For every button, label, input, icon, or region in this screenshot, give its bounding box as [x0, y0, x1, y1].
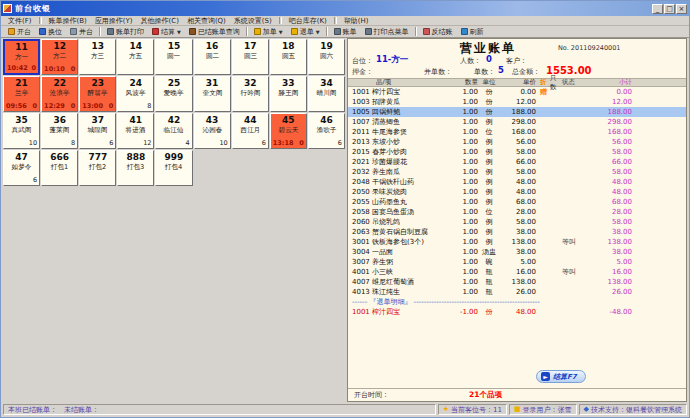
- table-bottom-info: [158, 102, 189, 110]
- deposit-label: 押金：: [352, 67, 373, 77]
- item-qty: 1.00: [450, 118, 478, 126]
- bill-item-row[interactable]: 2032养生南瓜1.00例58.0058.00: [348, 167, 686, 177]
- bill-item-row[interactable]: 1001榨汁四宝1.00份0.00赠0.00: [348, 87, 686, 97]
- bill-item-row[interactable]: 2015春芽小炒肉1.00例58.0058.00: [348, 147, 686, 157]
- bill-refund-row[interactable]: 1001榨汁四宝-1.00份48.00-48.00: [348, 307, 686, 317]
- bill-item-row[interactable]: 2021珍菌爆腰花1.00例66.0066.00: [348, 157, 686, 167]
- toolbar-button-12[interactable]: 刷新: [457, 27, 488, 37]
- item-subtotal: 138.00: [586, 278, 632, 286]
- bill-item-row[interactable]: 2048干锅铁杆山药1.00例48.0048.00: [348, 177, 686, 187]
- menu-item-8[interactable]: 帮助(H): [340, 16, 373, 26]
- bill-item-row[interactable]: 4007维尼红葡萄酒1.00瓶138.00138.00: [348, 277, 686, 287]
- table-number: 44: [233, 115, 268, 126]
- empty-grid-cell: [194, 150, 231, 186]
- refresh-icon: [461, 28, 468, 35]
- toolbar-button-2[interactable]: 换位: [35, 27, 66, 37]
- maximize-button[interactable]: □: [664, 4, 675, 14]
- toolbar-button-5[interactable]: 结算▼: [148, 27, 185, 37]
- table-button-777[interactable]: 777打包2: [79, 150, 116, 186]
- bill-item-row[interactable]: 2060吊烧乳鸽1.00例58.0058.00: [348, 217, 686, 227]
- item-id: 3007: [352, 258, 372, 266]
- table-button-17[interactable]: 17圆三: [232, 39, 269, 75]
- close-button[interactable]: ×: [676, 4, 687, 14]
- table-button-46[interactable]: 46渔歌子6: [308, 113, 345, 149]
- table-button-41[interactable]: 41将进酒12: [117, 113, 154, 149]
- table-button-42[interactable]: 42临江仙4: [155, 113, 192, 149]
- table-button-666[interactable]: 666打包1: [41, 150, 78, 186]
- table-button-22[interactable]: 22沧浪亭12:290: [41, 76, 78, 112]
- table-button-19[interactable]: 19圆六: [308, 39, 345, 75]
- table-button-35[interactable]: 35真武阁10: [3, 113, 40, 149]
- item-price: 56.00: [500, 138, 536, 146]
- bill-item-row[interactable]: 1003招牌黄瓜1.00份12.0012.00: [348, 97, 686, 107]
- bill-item-row[interactable]: 2050果味炭烧肉1.00例48.0048.00: [348, 187, 686, 197]
- table-button-25[interactable]: 25爱晚亭: [155, 76, 192, 112]
- item-id: 4001: [352, 268, 372, 276]
- table-button-15[interactable]: 15圆一: [155, 39, 192, 75]
- toolbar-button-10[interactable]: 打印点菜单: [361, 27, 413, 37]
- toolbar-button-6[interactable]: 已结账单查询: [185, 27, 244, 37]
- table-bottom-info: 6: [6, 176, 37, 184]
- settle-f7-button[interactable]: ► 结算F7: [536, 370, 586, 383]
- table-button-47[interactable]: 47如梦令6: [3, 150, 40, 186]
- table-number: 35: [4, 115, 39, 126]
- bill-item-row[interactable]: 2058国宴乌鱼蛋汤1.00位28.0028.00: [348, 207, 686, 217]
- toolbar-button-4[interactable]: 账单打印: [103, 27, 148, 37]
- table-button-999[interactable]: 999打包4: [155, 150, 192, 186]
- menu-item-3[interactable]: 应用操作(Y): [91, 16, 137, 26]
- table-button-33[interactable]: 33滕王阁: [270, 76, 307, 112]
- bill-item-row[interactable]: 4001小三峡1.00瓶16.00等叫16.00: [348, 267, 686, 277]
- table-button-34[interactable]: 34晴川阁: [308, 76, 345, 112]
- total-label: 总金额：: [512, 67, 540, 77]
- toolbar-button-9[interactable]: 账单: [330, 27, 361, 37]
- table-button-16[interactable]: 16圆二: [194, 39, 231, 75]
- table-button-21[interactable]: 21兰亭09:560: [3, 76, 40, 112]
- bill-item-row[interactable]: 2013东坡小炒1.00例56.0056.00: [348, 137, 686, 147]
- table-button-888[interactable]: 888打包3: [117, 150, 154, 186]
- menu-item-7[interactable]: 吧台库存(K): [285, 16, 331, 26]
- minimize-button[interactable]: _: [652, 4, 663, 14]
- table-button-45[interactable]: 45碧云天13:180: [270, 113, 307, 149]
- table-button-18[interactable]: 18圆五: [270, 39, 307, 75]
- toolbar-button-1[interactable]: 开台: [4, 27, 35, 37]
- item-qty: 1.00: [450, 108, 478, 116]
- table-button-32[interactable]: 32行吟阁: [232, 76, 269, 112]
- toolbar-button-11[interactable]: 反结账: [419, 27, 457, 37]
- table-button-13[interactable]: 13方三: [79, 39, 116, 75]
- toolbar-button-7[interactable]: 加单▼: [250, 27, 287, 37]
- table-button-36[interactable]: 36蓬莱阁8: [41, 113, 78, 149]
- menu-item-5[interactable]: 相关查询(Q): [183, 16, 230, 26]
- menu-item-1[interactable]: 文件(F): [4, 16, 36, 26]
- bill-item-row[interactable]: 1007清蒸鲫鱼1.00例298.00298.00: [348, 117, 686, 127]
- table-button-37[interactable]: 37城隍阁6: [79, 113, 116, 149]
- bill-item-row[interactable]: 1005回锅鲜鲍1.00份188.00188.00: [348, 107, 686, 117]
- table-button-23[interactable]: 23醉翁亭13:000: [79, 76, 116, 112]
- bill-item-row[interactable]: 4013珠江纯生1.00瓶26.0026.00: [348, 287, 686, 297]
- bill-item-row[interactable]: 3004一品面1.00汤盅38.0038.00: [348, 247, 686, 257]
- bill-item-row[interactable]: 2055山药墨鱼丸1.00例68.0068.00: [348, 197, 686, 207]
- item-name: 牛尾海参煲: [372, 127, 450, 137]
- item-name: 珍菌爆腰花: [372, 157, 450, 167]
- table-button-14[interactable]: 14方五: [117, 39, 154, 75]
- table-button-24[interactable]: 24风波亭8: [117, 76, 154, 112]
- item-name: 果味炭烧肉: [372, 187, 450, 197]
- menu-item-6[interactable]: 系统设置(S): [230, 16, 276, 26]
- bill-item-row[interactable]: 3007养生粥1.00碗5.005.00: [348, 257, 686, 267]
- table-button-44[interactable]: 44西江月6: [232, 113, 269, 149]
- bill-item-row[interactable]: 2011牛尾海参煲1.00位168.00168.00: [348, 127, 686, 137]
- item-subtotal: 0.00: [586, 88, 632, 96]
- table-button-11[interactable]: 11方一10:420: [3, 39, 40, 75]
- menu-item-4[interactable]: 其他操作(C): [137, 16, 183, 26]
- item-price: 68.00: [500, 198, 536, 206]
- item-name: 养生南瓜: [372, 167, 450, 177]
- table-number: 999: [156, 152, 191, 163]
- table-bottom-info: 6: [235, 139, 266, 147]
- toolbar-button-3[interactable]: 并台: [66, 27, 97, 37]
- table-button-12[interactable]: 12方二10:100: [41, 39, 78, 75]
- menu-item-2[interactable]: 账单操作(B): [45, 16, 91, 26]
- bill-item-row[interactable]: 2063蟹黄石锅自制豆腐1.00例38.0038.00: [348, 227, 686, 237]
- bill-item-row[interactable]: 3001铁板海参包(3个)1.00例138.00等叫138.00: [348, 237, 686, 247]
- table-button-31[interactable]: 31奎文阁: [194, 76, 231, 112]
- table-button-43[interactable]: 43沁园春10: [194, 113, 231, 149]
- toolbar-button-8[interactable]: 退单▼: [287, 27, 324, 37]
